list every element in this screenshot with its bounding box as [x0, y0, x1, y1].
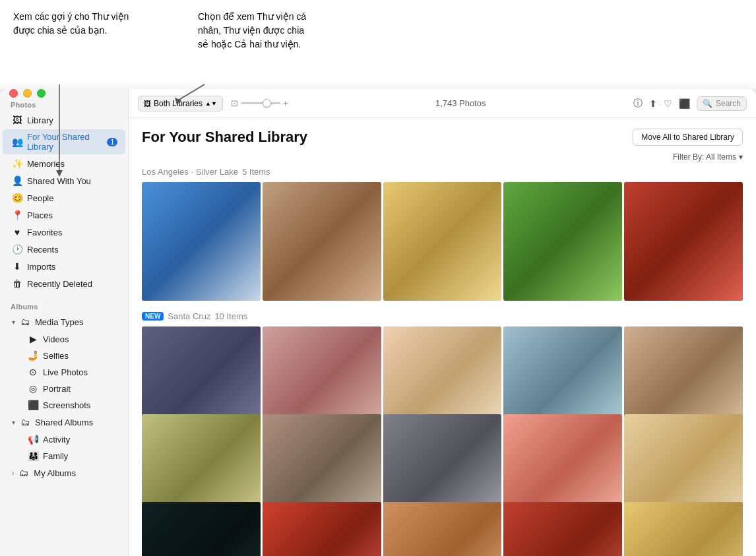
family-icon: 👨‍👩‍👧 — [28, 450, 38, 461]
new-badge: NEW — [142, 312, 164, 321]
section1-subtitle: Los Angeles · Silver Lake 5 Items — [142, 167, 743, 177]
search-placeholder: Search — [716, 99, 741, 108]
photo-cell[interactable] — [624, 182, 743, 301]
activity-icon: 📢 — [28, 434, 38, 445]
sidebar-item-memories-label: Memories — [27, 159, 65, 169]
sidebar-item-places[interactable]: 📍 Places — [3, 207, 125, 223]
photo-cell[interactable] — [383, 182, 502, 301]
photo-cell[interactable] — [383, 502, 502, 556]
traffic-lights[interactable] — [9, 89, 46, 98]
annotation-area: Xem các gợi ý cho Thư viện được chia sẻ … — [0, 0, 756, 89]
info-icon[interactable]: ⓘ — [633, 98, 643, 109]
slider-grow-icon[interactable]: + — [283, 98, 288, 108]
my-albums-label: My Albums — [34, 468, 76, 478]
close-button[interactable] — [9, 89, 18, 98]
library-icon: 🖼 — [12, 115, 22, 125]
library-selector-label: Both Libraries — [154, 99, 203, 108]
annotation-right: Chọn để xem Thư viện cá nhân, Thư viện đ… — [198, 10, 317, 51]
sidebar-item-recently-deleted[interactable]: 🗑 Recently Deleted — [3, 276, 125, 292]
sidebar-item-shared-with-you[interactable]: 👤 Shared With You — [3, 173, 125, 189]
photo-cell[interactable] — [503, 182, 622, 301]
share-icon[interactable]: ⬆ — [649, 98, 657, 109]
shared-library-badge: 1 — [107, 138, 117, 146]
recents-icon: 🕐 — [12, 244, 22, 255]
sidebar-item-screenshots[interactable]: ⬛ Screenshots — [21, 397, 125, 413]
section2-count: 10 Items — [214, 311, 247, 321]
screenshots-label: Screenshots — [43, 400, 90, 410]
photo-cell[interactable] — [624, 502, 743, 556]
filter-chevron: ▾ — [739, 152, 743, 162]
sidebar-item-recents[interactable]: 🕐 Recents — [3, 241, 125, 257]
sidebar-item-videos[interactable]: ▶ Videos — [21, 331, 125, 347]
sidebar-item-imports[interactable]: ⬇ Imports — [3, 259, 125, 274]
slider-shrink-icon[interactable]: ⊡ — [231, 98, 238, 108]
sidebar-item-shared-library[interactable]: 👥 For Your Shared Library 1 — [3, 129, 125, 154]
sidebar-item-places-label: Places — [27, 210, 53, 220]
sidebar-item-live-photos[interactable]: ⊙ Live Photos — [21, 364, 125, 380]
photo-cell[interactable] — [263, 502, 381, 556]
library-selector[interactable]: 🖼 Both Libraries ▲▼ — [138, 96, 223, 111]
sidebar-group-shared-albums[interactable]: ▾ 🗂 Shared Albums — [3, 414, 125, 430]
sidebar-item-family[interactable]: 👨‍👩‍👧 Family — [21, 448, 125, 464]
heart-icon[interactable]: ♡ — [664, 98, 672, 109]
recently-deleted-icon: 🗑 — [12, 278, 22, 289]
zoom-slider[interactable] — [241, 102, 280, 104]
sidebar-item-portrait[interactable]: ◎ Portrait — [21, 381, 125, 396]
people-icon: 😊 — [12, 193, 22, 203]
photo-cell[interactable] — [142, 182, 261, 301]
section2-subtitle: NEW Santa Cruz 10 Items — [142, 311, 743, 321]
minimize-button[interactable] — [23, 89, 32, 98]
media-types-icon: 🗂 — [20, 317, 30, 327]
shared-albums-icon: 🗂 — [20, 417, 30, 427]
content-area: For Your Shared Library Move All to Shar… — [129, 118, 756, 556]
shared-with-you-icon: 👤 — [12, 175, 22, 186]
sidebar-item-selfies[interactable]: 🤳 Selfies — [21, 348, 125, 363]
sidebar-item-library-label: Library — [27, 115, 53, 125]
maximize-button[interactable] — [37, 89, 46, 98]
photo-cell[interactable] — [503, 502, 622, 556]
live-photos-icon: ⊙ — [28, 367, 38, 377]
toolbar-right: ⓘ ⬆ ♡ ⬛ 🔍 Search — [633, 96, 747, 111]
search-box[interactable]: 🔍 Search — [697, 96, 747, 111]
sidebar-item-people-label: People — [27, 193, 53, 203]
sidebar-group-media-types[interactable]: ▾ 🗂 Media Types — [3, 314, 125, 330]
imports-icon: ⬇ — [12, 261, 22, 272]
sidebar-item-imports-label: Imports — [27, 262, 55, 272]
annotation-left: Xem các gợi ý cho Thư viện được chia sẻ … — [13, 10, 132, 38]
albums-section-title: Albums — [0, 297, 128, 313]
sidebar-item-activity[interactable]: 📢 Activity — [21, 431, 125, 447]
photo-grid-section1 — [142, 182, 743, 301]
sidebar-item-favorites-label: Favorites — [27, 228, 62, 237]
live-photos-label: Live Photos — [43, 367, 88, 377]
library-selector-icon: 🖼 — [144, 100, 151, 108]
sidebar-item-memories[interactable]: ✨ Memories — [3, 156, 125, 171]
sidebar-item-people[interactable]: 😊 People — [3, 190, 125, 206]
media-types-children: ▶ Videos 🤳 Selfies ⊙ Live Photos ◎ Portr… — [0, 330, 128, 414]
photo-cell[interactable] — [142, 502, 261, 556]
shared-library-icon: 👥 — [12, 137, 22, 147]
main-content: 🖼 Both Libraries ▲▼ ⊡ + 1,743 Photos ⓘ ⬆ — [129, 89, 756, 556]
family-label: Family — [43, 451, 68, 461]
photo-count-label: 1,743 Photos — [435, 98, 486, 108]
slider-thumb — [263, 99, 271, 108]
toolbar-left: 🖼 Both Libraries ▲▼ ⊡ + — [138, 96, 288, 111]
sidebar-item-favorites[interactable]: ♥ Favorites — [3, 224, 125, 240]
photo-cell[interactable] — [263, 182, 381, 301]
sidebar-item-shared-with-you-label: Shared With You — [27, 176, 91, 186]
my-albums-icon: 🗂 — [18, 468, 29, 478]
move-all-button[interactable]: Move All to Shared Library — [633, 129, 743, 146]
content-header: For Your Shared Library Move All to Shar… — [142, 129, 743, 146]
shared-albums-chevron: ▾ — [12, 419, 15, 426]
sidebar-group-my-albums[interactable]: › 🗂 My Albums — [3, 465, 125, 481]
sidebar-item-library[interactable]: 🖼 Library — [3, 112, 125, 128]
portrait-label: Portrait — [43, 384, 71, 394]
annotation-left-text: Xem các gợi ý cho Thư viện được chia sẻ … — [13, 10, 132, 38]
sidebar: Photos 🖼 Library 👥 For Your Shared Libra… — [0, 89, 129, 556]
selfies-label: Selfies — [43, 351, 69, 361]
media-types-chevron: ▾ — [12, 319, 15, 326]
videos-label: Videos — [43, 334, 69, 344]
crop-icon[interactable]: ⬛ — [679, 98, 690, 109]
media-types-label: Media Types — [35, 317, 83, 327]
library-selector-chevron: ▲▼ — [205, 100, 217, 107]
sidebar-item-shared-library-label: For Your Shared Library — [27, 132, 102, 152]
